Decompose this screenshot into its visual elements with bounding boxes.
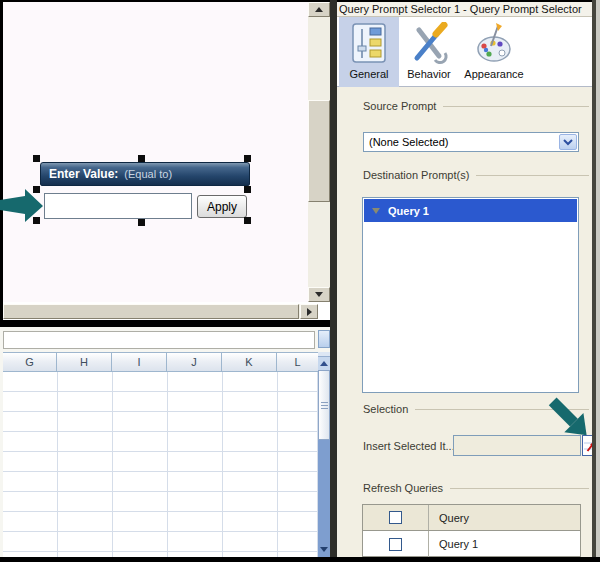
source-prompt-section: Source Prompt	[363, 100, 589, 112]
canvas-vscroll-thumb[interactable]	[308, 100, 330, 202]
column-header-j[interactable]: J	[167, 352, 222, 372]
sliders-icon	[349, 22, 389, 66]
scroll-right-button[interactable]	[300, 304, 318, 319]
section-rule	[450, 488, 589, 489]
prompt-component-operator: (Equal to)	[124, 168, 172, 180]
select-all-cell	[363, 505, 429, 530]
selection-label: Selection	[363, 403, 408, 415]
chevron-down-icon	[563, 138, 573, 146]
selection-handle[interactable]	[138, 219, 145, 226]
section-rule	[476, 175, 589, 176]
value-input[interactable]	[44, 193, 192, 219]
refresh-query-checkbox[interactable]	[389, 538, 402, 551]
column-header-h[interactable]: H	[57, 352, 112, 372]
canvas-sheet-divider	[0, 320, 333, 327]
scroll-right-icon	[307, 308, 312, 316]
scroll-up-icon	[315, 7, 323, 12]
refresh-queries-label: Refresh Queries	[363, 482, 443, 494]
refresh-queries-section: Refresh Queries	[363, 482, 589, 494]
sheet-scroll-up-button[interactable]	[318, 357, 330, 370]
column-header-row: G H I J K L	[3, 352, 318, 372]
sheet-vscroll-thumb[interactable]	[318, 370, 330, 440]
right-edge	[596, 0, 600, 562]
spreadsheet-grid[interactable]	[3, 372, 318, 557]
scroll-up-icon	[320, 361, 328, 366]
scroll-down-icon	[315, 292, 323, 297]
design-canvas[interactable]	[3, 2, 308, 302]
tab-behavior[interactable]: Behavior	[400, 17, 458, 87]
palette-icon	[474, 22, 514, 66]
tab-general[interactable]: General	[339, 17, 399, 87]
source-prompt-value: (None Selected)	[369, 136, 449, 148]
refresh-queries-table: Query Query 1	[362, 504, 581, 557]
annotation-arrow	[0, 189, 46, 225]
tab-general-label: General	[349, 68, 388, 80]
collapse-triangle-icon[interactable]	[372, 208, 380, 214]
tools-icon	[409, 22, 449, 66]
column-header-g[interactable]: G	[3, 352, 57, 372]
formula-bar[interactable]	[3, 331, 315, 349]
refresh-query-row[interactable]: Query 1	[363, 531, 580, 557]
destination-prompts-list[interactable]: Query 1	[362, 197, 579, 393]
selection-handle[interactable]	[138, 155, 145, 162]
destination-prompts-label: Destination Prompt(s)	[363, 169, 469, 181]
sheet-vscroll-track[interactable]	[318, 440, 330, 557]
tab-behavior-label: Behavior	[407, 68, 450, 80]
sheet-scroll-down-button[interactable]	[318, 542, 330, 557]
destination-prompt-item[interactable]: Query 1	[364, 199, 577, 222]
refresh-query-name: Query 1	[429, 538, 580, 550]
selection-handle[interactable]	[33, 155, 40, 162]
bottom-border	[0, 557, 600, 562]
section-rule	[443, 106, 589, 107]
select-all-checkbox[interactable]	[389, 511, 402, 524]
scroll-down-button[interactable]	[308, 287, 330, 302]
refresh-query-checkbox-cell	[363, 531, 429, 557]
selection-handle[interactable]	[244, 155, 251, 162]
selection-handle[interactable]	[244, 186, 251, 193]
tab-appearance-label: Appearance	[464, 68, 523, 80]
scroll-split-box[interactable]	[318, 330, 330, 348]
column-header-k[interactable]: K	[222, 352, 277, 372]
refresh-queries-header-row: Query	[363, 505, 580, 531]
insert-selected-label: Insert Selected It...	[363, 440, 455, 452]
panel-divider	[330, 0, 337, 562]
prompt-component-title: Enter Value:	[49, 167, 118, 181]
properties-panel-title: Query Prompt Selector 1 - Query Prompt S…	[337, 2, 592, 17]
destination-prompt-item-label: Query 1	[388, 205, 429, 217]
column-header-l[interactable]: L	[277, 352, 318, 372]
apply-button[interactable]: Apply	[197, 195, 247, 218]
query-column-header: Query	[429, 512, 580, 524]
app-window: Enter Value: (Equal to) Apply G H I J K …	[0, 0, 600, 562]
source-prompt-dropdown[interactable]: (None Selected)	[363, 132, 579, 152]
canvas-hscroll-thumb[interactable]	[3, 304, 299, 319]
scroll-up-button[interactable]	[308, 2, 330, 17]
tab-appearance[interactable]: Appearance	[458, 17, 530, 87]
destination-prompts-section: Destination Prompt(s)	[363, 169, 589, 181]
source-prompt-label: Source Prompt	[363, 100, 436, 112]
prompt-component-titlebar[interactable]: Enter Value: (Equal to)	[40, 162, 250, 186]
dropdown-button[interactable]	[559, 134, 577, 150]
column-header-i[interactable]: I	[112, 352, 167, 372]
scroll-down-icon	[320, 547, 328, 552]
annotation-arrow	[544, 392, 598, 446]
properties-tabstrip: General Behavior Appear	[337, 17, 592, 87]
selection-handle[interactable]	[244, 217, 251, 224]
